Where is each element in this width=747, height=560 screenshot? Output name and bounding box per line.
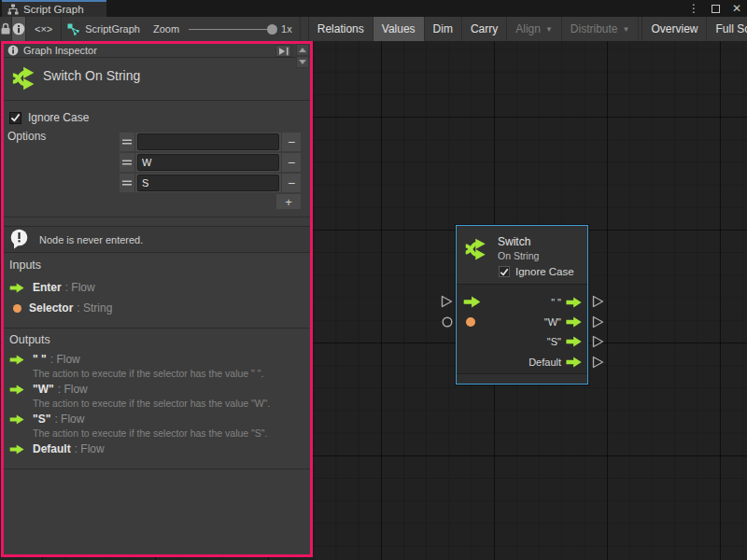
switch-icon [11,64,39,92]
port-description: The action to execute if the selector ha… [33,368,299,379]
flow-output-connector-icon[interactable] [592,356,604,369]
node-title: Switch [498,235,530,248]
drag-handle-icon[interactable] [120,133,135,151]
value-in-port-icon[interactable] [466,317,475,327]
node-header[interactable]: Switch On String Ignore Case [457,226,587,285]
port-name: Selector [29,301,73,315]
inspector-header: Graph Inspector [4,44,310,58]
graph-name: ScriptGraph [85,23,140,35]
flow-port-icon [9,283,25,293]
zoom-value: 1x [281,23,292,35]
scroll-down-button[interactable] [296,56,309,68]
node-port-row: "W" [457,312,587,331]
info-icon [12,22,25,35]
port-name: Enter [33,281,62,294]
graph-toolbar: <×> ScriptGraph Zoom 1x Relations Values [0,17,747,41]
warning-box: Node is never entered. [4,226,310,253]
carry-button[interactable]: Carry [462,17,507,41]
graph-inspector-panel: Graph Inspector Switch On String [1,41,313,557]
full-screen-button[interactable]: Full Screen [707,17,747,41]
port-type: : Flow [58,383,88,396]
flow-out-port-icon [566,316,583,328]
relations-button[interactable]: Relations [308,17,374,41]
dock-icon [278,47,289,56]
window-menu-icon[interactable]: ⋮ [688,0,699,17]
value-port-icon [13,304,21,313]
chevron-down-icon: ▼ [623,25,630,34]
remove-option-button[interactable]: − [281,133,301,151]
tab-label: Script Graph [23,4,84,15]
flow-port-icon [9,355,25,365]
distribute-button[interactable]: Distribute ▼ [562,17,640,41]
full-screen-label: Full Screen [715,22,747,35]
graph-breadcrumb[interactable]: ScriptGraph [62,17,149,41]
switch-on-string-node[interactable]: Switch On String Ignore Case " " [456,225,588,385]
drag-handle-icon[interactable] [120,174,135,192]
option-value-input[interactable] [137,154,279,171]
flow-output-connector-icon[interactable] [592,295,604,308]
port-name: " " [33,353,47,366]
zoom-slider[interactable] [189,29,275,30]
port-type: : String [77,301,112,315]
divider [4,100,310,101]
scroll-up-button[interactable] [296,44,309,56]
node-ignore-case-checkbox[interactable] [499,266,510,277]
port-type: : Flow [50,353,80,366]
port-name: "S" [33,413,50,426]
ignore-case-checkbox[interactable] [9,112,21,124]
output-port-row: "S" : Flow [9,413,84,426]
output-port-label: Default [529,357,561,368]
output-port[interactable]: Default [529,357,583,368]
close-icon[interactable]: ✕ [732,0,741,17]
port-name: "W" [33,383,54,396]
inputs-section-title: Inputs [9,259,41,272]
dim-button[interactable]: Dim [425,17,462,41]
tab-script-graph[interactable]: Script Graph [2,0,106,17]
port-type: : Flow [54,413,84,426]
code-view-button[interactable]: <×> [26,17,62,41]
zoom-control: Zoom 1x [149,17,301,41]
option-value-input[interactable] [137,175,279,191]
remove-option-button[interactable]: − [281,174,301,192]
flow-out-port-icon [566,357,583,368]
flow-in-port-icon[interactable] [463,296,482,308]
flow-port-icon [9,444,25,455]
drag-handle-icon[interactable] [120,153,135,172]
zoom-slider-handle[interactable] [267,24,277,35]
output-port-row: Default : Flow [9,442,105,455]
value-input-connector-icon[interactable] [442,316,453,328]
flow-out-port-icon [566,336,583,347]
relations-label: Relations [317,22,364,35]
output-port[interactable]: " " [551,297,583,308]
options-label: Options [7,130,46,143]
add-option-button[interactable]: + [276,194,301,209]
values-button[interactable]: Values [374,17,425,41]
flow-output-connector-icon[interactable] [592,315,604,329]
inspect-toggle-button[interactable] [12,17,26,41]
output-port[interactable]: "S" [547,336,583,347]
align-button[interactable]: Align ▼ [507,17,562,41]
maximize-icon[interactable] [712,5,720,13]
flow-out-port-icon [566,297,583,308]
output-port[interactable]: "W" [544,316,583,328]
option-row: − [120,153,301,172]
inspector-node-title: Switch On String [43,68,140,83]
carry-label: Carry [471,22,498,35]
port-description: The action to execute if the selector ha… [33,398,299,409]
dim-label: Dim [433,22,453,35]
port-description: The action to execute if the selector ha… [33,427,299,439]
dock-panel-button[interactable] [275,45,291,57]
lock-button[interactable] [0,17,12,41]
overview-button[interactable]: Overview [641,17,707,41]
flow-output-connector-icon[interactable] [592,335,604,348]
option-value-input[interactable] [137,133,279,150]
divider [4,469,310,469]
overview-label: Overview [651,22,698,35]
arrow-down-icon [299,60,306,64]
option-row: − [120,133,301,151]
warning-text: Node is never entered. [39,234,143,245]
remove-option-button[interactable]: − [281,153,301,172]
flow-input-connector-icon[interactable] [441,295,453,308]
node-port-row: "S" [457,331,587,351]
arrow-up-icon [299,48,306,52]
